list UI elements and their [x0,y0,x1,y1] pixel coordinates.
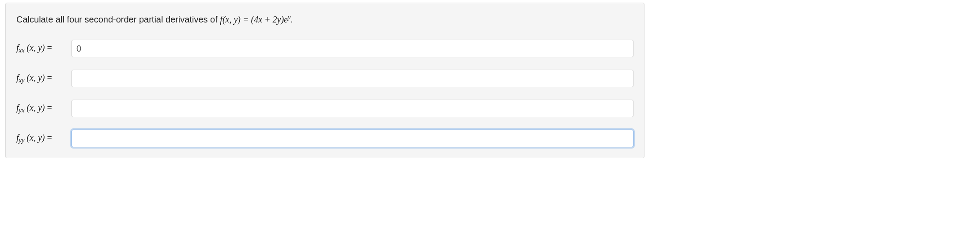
period: . [290,15,293,24]
input-fyx[interactable] [72,100,633,117]
input-fyy[interactable] [72,130,633,147]
label-fxy: fxy (x, y) = [16,73,67,84]
input-fxx[interactable] [72,40,633,57]
label-fyy: fyy (x, y) = [16,133,67,144]
label-fyx: fyx (x, y) = [16,103,67,114]
label-fxx: fxx (x, y) = [16,43,67,54]
row-fyx: fyx (x, y) = [16,100,633,117]
prompt-text: Calculate all four second-order partial … [16,15,220,24]
function-expr: (x, y) = (4x + 2y)e [222,15,288,24]
problem-container: Calculate all four second-order partial … [5,3,645,158]
row-fxy: fxy (x, y) = [16,70,633,87]
prompt: Calculate all four second-order partial … [16,13,633,26]
input-fxy[interactable] [72,70,633,87]
row-fyy: fyy (x, y) = [16,130,633,147]
row-fxx: fxx (x, y) = [16,40,633,57]
